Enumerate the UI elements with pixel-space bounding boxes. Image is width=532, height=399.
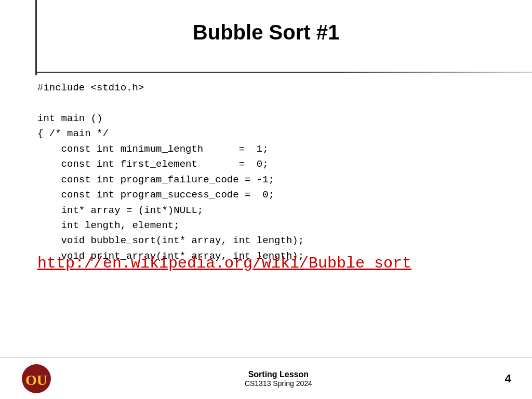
footer-course-title: Sorting Lesson <box>245 370 312 379</box>
ou-logo: OU <box>21 363 52 394</box>
header-divider <box>35 72 532 73</box>
code-block: #include <stdio.h> int main () { /* main… <box>37 81 511 264</box>
slide-footer: OU Sorting Lesson CS1313 Spring 2024 4 <box>0 357 532 399</box>
ou-logo-svg: OU <box>21 363 52 394</box>
footer-page-number: 4 <box>505 372 511 385</box>
wikipedia-link-container: http://en.wikipedia.org/wiki/Bubble_sort <box>37 255 511 272</box>
slide-header: Bubble Sort #1 <box>0 10 532 54</box>
slide-title: Bubble Sort #1 <box>0 21 532 44</box>
footer-course-subtitle: CS1313 Spring 2024 <box>245 379 312 388</box>
footer-center: Sorting Lesson CS1313 Spring 2024 <box>245 370 312 388</box>
logo-text: OU <box>25 372 47 388</box>
wikipedia-link[interactable]: http://en.wikipedia.org/wiki/Bubble_sort <box>37 255 411 272</box>
